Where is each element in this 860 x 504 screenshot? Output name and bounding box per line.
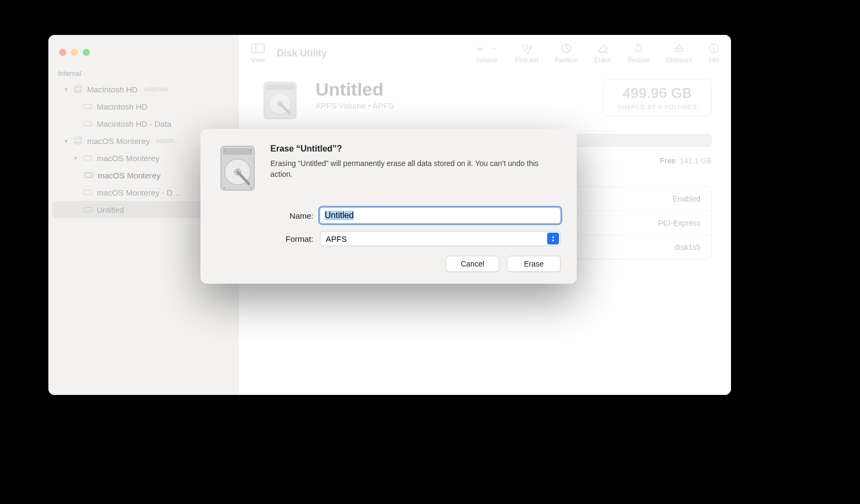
- erase-button[interactable]: Erase: [507, 256, 561, 272]
- sidebar-item-suffix: volumes: [144, 85, 168, 93]
- disk-icon: [83, 102, 92, 111]
- close-window-button[interactable]: [59, 49, 66, 56]
- name-input[interactable]: [320, 207, 561, 224]
- sidebar-item-macintosh-hd-container[interactable]: ▾ Macintosh HD volumes: [53, 81, 235, 98]
- dialog-form: Name: Format: APFS: [270, 207, 561, 246]
- sidebar-item-label: Macintosh HD - Data: [97, 119, 171, 128]
- capacity-subtitle: SHARED BY 8 VOLUMES: [618, 104, 697, 110]
- sidebar-toggle-icon: [251, 42, 265, 54]
- disk-icon: [83, 153, 92, 163]
- window-title: Disk Utility: [277, 48, 327, 59]
- name-label: Name:: [270, 211, 313, 220]
- svg-point-9: [91, 175, 92, 176]
- sidebar-item-label: macOS Monterey - D…: [97, 188, 181, 197]
- svg-rect-14: [252, 44, 264, 53]
- free-value: 141.1 GB: [680, 156, 712, 165]
- toolbar-label: Partition: [555, 56, 578, 64]
- sidebar-item-label: Untitled: [97, 205, 124, 214]
- svg-point-4: [90, 123, 91, 124]
- sidebar-item-label: macOS Monterey: [87, 136, 150, 146]
- drive-icon: [217, 144, 259, 192]
- toolbar-label: Volume: [476, 56, 498, 64]
- drive-stack-icon: [73, 136, 83, 146]
- disk-icon: [83, 188, 92, 197]
- erase-dialog: Erase “Untitled”? Erasing “Untitled” wil…: [200, 129, 577, 284]
- toolbar-label: First Aid: [515, 56, 539, 64]
- disk-icon: [84, 170, 94, 180]
- dialog-description: Erasing “Untitled” will permanently eras…: [270, 158, 550, 180]
- sidebar-item-macintosh-hd[interactable]: Macintosh HD: [53, 98, 235, 115]
- format-select[interactable]: APFS: [320, 231, 561, 246]
- drive-large-icon: [259, 79, 302, 122]
- toolbar-info-button[interactable]: Info: [708, 42, 719, 64]
- zoom-window-button[interactable]: [83, 49, 90, 56]
- toolbar-label: Restore: [627, 56, 650, 64]
- info-device: disk1s5: [675, 243, 700, 251]
- eject-icon: [674, 42, 685, 54]
- capacity-box: 499.96 GB SHARED BY 8 VOLUMES: [603, 79, 712, 116]
- svg-point-21: [713, 46, 714, 47]
- svg-point-7: [90, 157, 91, 159]
- svg-point-5: [75, 137, 81, 139]
- svg-point-32: [250, 150, 252, 152]
- svg-point-0: [75, 85, 81, 88]
- svg-rect-28: [223, 148, 252, 155]
- svg-point-31: [224, 150, 225, 152]
- info-owners: Enabled: [673, 195, 700, 203]
- svg-point-13: [90, 209, 91, 210]
- sidebar-item-label: Macintosh HD: [97, 102, 147, 111]
- restore-icon: [633, 42, 644, 54]
- toolbar-label: Unmount: [666, 56, 692, 64]
- svg-point-11: [90, 192, 91, 193]
- erase-icon: [597, 42, 609, 54]
- toolbar-label: Info: [708, 56, 719, 64]
- toolbar: View Disk Utility ＋－ Volume First Aid: [239, 35, 731, 68]
- window-controls: [48, 45, 239, 68]
- sidebar-item-label: macOS Monterey: [98, 171, 161, 180]
- minimize-window-button[interactable]: [71, 49, 78, 56]
- volume-header: Untitled APFS Volume • APFS 499.96 GB SH…: [239, 68, 731, 127]
- disk-icon: [83, 119, 92, 128]
- volume-name: Untitled: [316, 79, 393, 100]
- format-label: Format:: [270, 234, 313, 243]
- info-connection: PCI-Express: [658, 219, 700, 227]
- volume-subtitle: APFS Volume • APFS: [316, 101, 393, 110]
- dialog-title: Erase “Untitled”?: [270, 144, 550, 154]
- stethoscope-icon: [521, 42, 533, 54]
- toolbar-view-button[interactable]: View: [251, 42, 265, 64]
- free-label: Free: [660, 156, 676, 165]
- sidebar-item-label: Macintosh HD: [87, 85, 138, 94]
- toolbar-partition-button[interactable]: Partition: [555, 42, 578, 64]
- svg-point-2: [90, 106, 91, 107]
- drive-stack-icon: [73, 84, 83, 94]
- svg-point-33: [224, 188, 225, 189]
- toolbar-label: Erase: [594, 56, 611, 64]
- plus-minus-icon: ＋－: [475, 42, 499, 54]
- capacity-value: 499.96 GB: [618, 85, 697, 102]
- svg-point-34: [250, 188, 252, 189]
- toolbar-unmount-button[interactable]: Unmount: [666, 42, 692, 64]
- pie-icon: [561, 42, 572, 54]
- cancel-button[interactable]: Cancel: [446, 256, 499, 272]
- svg-point-16: [529, 46, 532, 48]
- chevron-down-icon: ▾: [73, 155, 78, 162]
- sidebar-section-internal: Internal: [48, 68, 239, 81]
- chevron-down-icon: ▾: [63, 138, 69, 145]
- toolbar-restore-button[interactable]: Restore: [627, 42, 650, 64]
- chevron-down-icon: ▾: [63, 86, 69, 93]
- disk-icon: [83, 205, 92, 214]
- info-icon: [708, 42, 719, 54]
- toolbar-label: View: [251, 56, 265, 64]
- svg-rect-24: [266, 84, 294, 90]
- toolbar-erase-button[interactable]: Erase: [594, 42, 611, 64]
- toolbar-first-aid-button[interactable]: First Aid: [515, 42, 539, 64]
- sidebar-item-label: macOS Monterey: [97, 154, 160, 163]
- toolbar-volume-button[interactable]: ＋－ Volume: [475, 42, 499, 64]
- sidebar-item-suffix: volum…: [156, 137, 180, 145]
